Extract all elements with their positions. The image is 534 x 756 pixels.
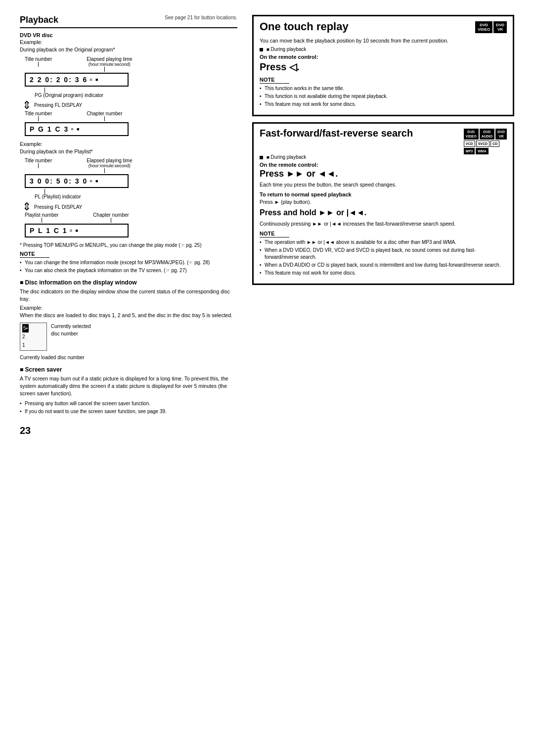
pressing-fl-2: Pressing FL DISPLAY bbox=[34, 204, 82, 210]
badge-ff-vcd: VCD bbox=[464, 141, 475, 147]
title-number-label-3: Title number bbox=[25, 158, 52, 163]
page-header: Playback See page 21 for button location… bbox=[20, 15, 237, 28]
badge-ff-dvd-video: DVDVIDEO bbox=[464, 129, 479, 140]
playlist-number-label: Playlist number bbox=[25, 212, 58, 218]
disc-tray-display: 5• 2 1 bbox=[20, 323, 47, 351]
screen-saver-desc: A TV screen may burn out if a static pic… bbox=[20, 375, 237, 397]
currently-selected-label: Currently selected bbox=[51, 324, 91, 329]
badge-ff-wma: WMA bbox=[476, 148, 489, 154]
ff-note-1: The operation with ►► or |◄◄ above is av… bbox=[260, 239, 507, 246]
press-instruction-1: Press ◁. bbox=[260, 61, 507, 73]
one-touch-title: One touch replay bbox=[260, 20, 349, 33]
on-remote-2: On the remote control: bbox=[260, 162, 507, 168]
fast-forward-section: Fast-forward/fast-reverse search DVDVIDE… bbox=[252, 122, 514, 285]
example2-label: Example: bbox=[20, 141, 237, 147]
note-item-left-1: You can change the time information mode… bbox=[20, 259, 237, 266]
disc-tray-1: 1 bbox=[22, 341, 44, 349]
fast-forward-title: Fast-forward/fast-reverse search bbox=[260, 128, 413, 139]
during-playback-1: ■ During playback bbox=[260, 47, 507, 52]
diagram-2: Title number Elapsed playing time (hour:… bbox=[20, 158, 237, 237]
example1-desc: During playback on the Original program* bbox=[20, 46, 237, 53]
example2-desc: During playback on the Playlist* bbox=[20, 148, 237, 155]
disc-example-label: Example: bbox=[20, 305, 237, 311]
disc-display-img: 5• 2 1 Currently selected disc number bbox=[20, 323, 237, 351]
pl-indicator: PL (Playlist) indicator bbox=[35, 194, 81, 199]
note-list-ff: The operation with ►► or |◄◄ above is av… bbox=[260, 239, 507, 277]
screen-saver-title: ■ Screen saver bbox=[20, 366, 237, 373]
screen-saver-note-2: If you do not want to use the screen sav… bbox=[20, 408, 237, 415]
badge-ff-dvd-vr: DVDVR bbox=[495, 129, 507, 140]
disc-example-desc: When the discs are loaded to disc trays … bbox=[20, 312, 237, 319]
chapter-number-label-2: Chapter number bbox=[93, 212, 129, 218]
title-number-label-2: Title number bbox=[25, 111, 52, 116]
display-icons-4: ≡ ■ bbox=[70, 228, 79, 233]
diagram-1: Title number Elapsed playing time (hour:… bbox=[20, 56, 237, 136]
one-touch-replay-section: One touch replay DVDVIDEO DVDVR You can … bbox=[252, 15, 514, 116]
dvd-vr-disc-label: DVD VR disc bbox=[20, 32, 237, 38]
disc-info-title: ■ Disc information on the display window bbox=[20, 279, 237, 286]
section-title-playback: Playback bbox=[20, 15, 58, 25]
currently-loaded-label: Currently loaded disc number bbox=[20, 355, 237, 360]
screen-saver-notes: Pressing any button will cancel the scre… bbox=[20, 400, 237, 415]
elapsed-label-1: Elapsed playing time bbox=[87, 56, 132, 62]
right-column: One touch replay DVDVIDEO DVDVR You can … bbox=[252, 15, 514, 436]
badge-dvd-video: DVDVIDEO bbox=[475, 21, 492, 33]
badge-ff-cd: CD bbox=[490, 141, 499, 147]
on-remote-1: On the remote control: bbox=[260, 54, 507, 60]
badge-dvd-vr: DVDVR bbox=[493, 21, 507, 33]
note-item-left-2: You can also check the playback informat… bbox=[20, 267, 237, 274]
screen-saver-note-1: Pressing any button will cancel the scre… bbox=[20, 400, 237, 407]
ff-note-4: This feature may not work for some discs… bbox=[260, 270, 507, 277]
note-title-left: NOTE bbox=[20, 251, 49, 258]
to-return-desc: Press ► (play button). bbox=[260, 198, 507, 206]
during-playback-2: ■ During playback bbox=[260, 154, 507, 160]
disc-tray-selected: 5• bbox=[22, 324, 29, 332]
disc-tray-2: 2 bbox=[22, 332, 44, 341]
note-list-left: You can change the time information mode… bbox=[20, 259, 237, 274]
note-list-otr: This function works in the same title. T… bbox=[260, 85, 507, 108]
one-touch-desc: You can move back the playback position … bbox=[260, 37, 507, 45]
display-box-4: P L 1 C 1 ≡ ■ bbox=[25, 224, 129, 237]
page-number: 23 bbox=[20, 425, 237, 436]
title-number-label-1: Title number bbox=[25, 56, 52, 62]
screen-saver-section: ■ Screen saver A TV screen may burn out … bbox=[20, 366, 237, 415]
note-section-otr: NOTE This function works in the same tit… bbox=[260, 77, 507, 108]
badge-ff-dvd-audio: DVDAUDIO bbox=[480, 129, 495, 140]
pressing-fl-1: Pressing FL DISPLAY bbox=[34, 102, 82, 108]
display-box-3: 3 0 0: 5 0: 3 0 ≡ ■ bbox=[25, 174, 129, 188]
badge-ff-mp3: MP3 bbox=[464, 148, 475, 154]
header-right-note: See page 21 for button locations. bbox=[165, 15, 237, 20]
badge-ff-svcd: SVCD bbox=[476, 141, 490, 147]
press-desc: Each time you press the button, the sear… bbox=[260, 181, 507, 189]
elapsed-label-2: Elapsed playing time bbox=[87, 158, 132, 163]
display-icons-1: ≡ ■ bbox=[89, 77, 99, 82]
asterisk-note: * Pressing TOP MENU/PG or MENU/PL, you c… bbox=[20, 242, 237, 248]
press-instruction-2: Press ►► or ◄◄. bbox=[260, 169, 507, 179]
chapter-number-label-1: Chapter number bbox=[87, 111, 122, 116]
note-title-otr: NOTE bbox=[260, 77, 289, 84]
display-icons-2: ≡ ■ bbox=[71, 127, 80, 132]
display-box-1: 2 2 0: 2 0: 3 6 ≡ ■ bbox=[25, 73, 129, 87]
press-hold-title: Press and hold ►► or |◄◄. bbox=[260, 208, 507, 217]
left-column: Playback See page 21 for button location… bbox=[20, 15, 237, 436]
disc-info-section: ■ Disc information on the display window… bbox=[20, 279, 237, 360]
otr-note-2: This function is not available during th… bbox=[260, 93, 507, 100]
note-title-ff: NOTE bbox=[260, 231, 289, 237]
note-section-left: NOTE You can change the time information… bbox=[20, 251, 237, 274]
to-return-title: To return to normal speed playback bbox=[260, 191, 507, 197]
disc-number-label: disc number bbox=[51, 331, 78, 336]
ff-note-3: When a DVD AUDIO or CD is played back, s… bbox=[260, 262, 507, 269]
example1-label: Example: bbox=[20, 39, 237, 45]
pg-indicator: PG (Original program) indicator bbox=[35, 93, 103, 98]
disc-info-desc: The disc indicators on the display windo… bbox=[20, 288, 237, 302]
display-icons-3: ≡ ■ bbox=[89, 179, 99, 184]
display-box-2: P G 1 C 3 ≡ ■ bbox=[25, 122, 129, 136]
ff-note-2: When a DVD VIDEO, DVD VR, VCD and SVCD i… bbox=[260, 247, 507, 261]
disc-label-right: Currently selected disc number bbox=[51, 323, 91, 337]
otr-note-3: This feature may not work for some discs… bbox=[260, 101, 507, 108]
press-hold-desc: Continuously pressing ►► or |◄◄ increase… bbox=[260, 220, 507, 228]
elapsed-sub-1: (hour:minute:second) bbox=[89, 62, 131, 67]
elapsed-sub-2: (hour:minute:second) bbox=[89, 163, 131, 168]
otr-note-1: This function works in the same title. bbox=[260, 85, 507, 92]
note-section-ff: NOTE The operation with ►► or |◄◄ above … bbox=[260, 231, 507, 277]
